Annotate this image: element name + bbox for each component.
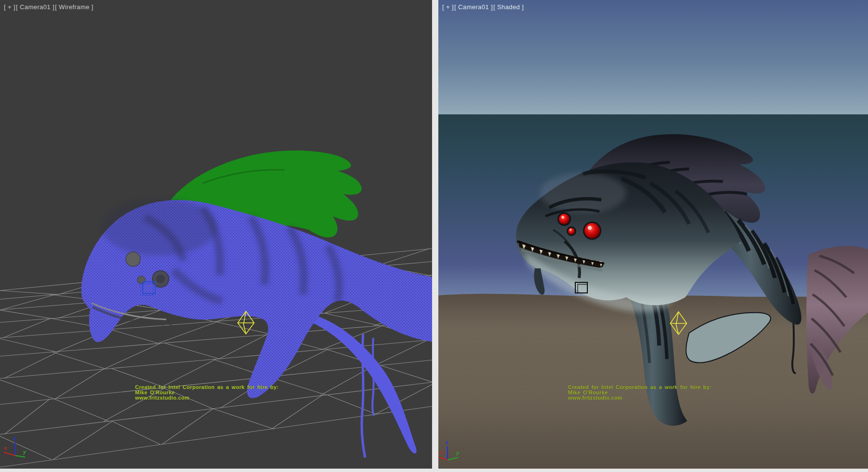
viewport-splitter[interactable] <box>432 0 438 472</box>
dual-viewport-stage: [ + ][ Camera01 ][ Wireframe ] <box>0 0 868 472</box>
viewport-pov-menu-right[interactable]: [ Camera01 ] <box>454 3 493 11</box>
eye-small-red-icon <box>559 214 570 224</box>
viewport-label-right: [ + ][ Camera01 ][ Shaded ] <box>442 3 524 11</box>
eye-large-icon <box>126 252 140 266</box>
sky <box>438 0 868 114</box>
watermark-text-right: Created for Intel Corporation as a work … <box>568 385 712 401</box>
eye-large-red-icon <box>584 223 600 238</box>
eye-mid-red-icon <box>568 228 575 235</box>
viewport-pov-menu-left[interactable]: [ Camera01 ] <box>16 3 54 11</box>
viewport-general-menu-left[interactable]: [ + ] <box>4 3 15 11</box>
viewport-shading-menu-left[interactable]: [ Wireframe ] <box>55 3 94 11</box>
axis-z-label: z <box>13 435 16 441</box>
axis-z-label-right: z <box>445 439 448 445</box>
axis-x-label: x <box>3 445 7 451</box>
eye-small-icon <box>137 276 145 284</box>
window-bottom-edge <box>0 469 868 472</box>
viewport-label-left: [ + ][ Camera01 ][ Wireframe ] <box>4 3 94 11</box>
viewport-left-wireframe[interactable]: [ + ][ Camera01 ][ Wireframe ] <box>0 0 432 469</box>
axis-y-label: y <box>23 449 27 455</box>
head-shading <box>101 198 217 256</box>
axis-y-label-right: y <box>456 450 460 456</box>
viewport-shading-menu-right[interactable]: [ Shaded ] <box>493 3 524 11</box>
watermark-text: Created for Intel Corporation as a work … <box>135 385 279 401</box>
viewport-general-menu-right[interactable]: [ + ] <box>442 3 454 11</box>
axis-x-label-right: x <box>439 449 443 455</box>
eye-mid-pupil <box>156 275 165 283</box>
viewport-right-shaded[interactable]: [ + ][ Camera01 ][ Shaded ] <box>438 0 868 469</box>
